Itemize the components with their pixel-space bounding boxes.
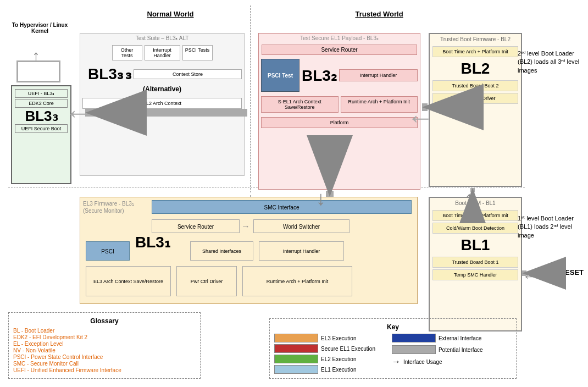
edk2-label: EDK2 Core xyxy=(15,99,68,108)
service-router-el3: Service Router xyxy=(152,219,240,233)
bl33-sub3: ₃ xyxy=(125,65,131,83)
sel1-arch-box: S-EL1 Arch Context Save/Restore xyxy=(261,96,339,113)
interrupt-handler-el3: Interrupt Handler xyxy=(259,241,344,261)
glossary-box: Glossary BL - Boot Loader EDK2 - EFI Dev… xyxy=(8,312,201,379)
trusted-world-label: Trusted World xyxy=(324,10,434,18)
sel1-color-label: Secure EL1 Execution xyxy=(321,346,375,352)
left-arrow-1: ← xyxy=(65,99,92,126)
glossary-item-6: UEFI - Unified Enhanced Firmware Interfa… xyxy=(13,367,196,373)
smc-bar: SMC Interface xyxy=(152,200,412,214)
interface-arrow-icon: → xyxy=(392,357,401,367)
platform-box: Platform xyxy=(261,117,418,128)
service-router-bar: Service Router xyxy=(262,45,417,55)
bl1-boot-time: Boot Time Arch + Platform Init xyxy=(432,210,518,221)
psci-el3: PSCI xyxy=(86,241,130,261)
el2-color-box xyxy=(274,355,318,363)
el3-key-item: EL3 Execution xyxy=(274,334,375,342)
el1-color-box xyxy=(274,365,318,374)
bl1-title: Boot ROM - BL1 xyxy=(430,198,521,208)
bl2-title: Trusted Boot Firmware - BL2 xyxy=(430,34,521,45)
bl33-alt-big: BL3₃ xyxy=(82,65,123,83)
potential-label: Potential Interface xyxy=(439,347,483,353)
el3-color-label: EL3 Execution xyxy=(321,335,357,341)
arrow-right-sr: → xyxy=(241,222,250,231)
runtime-arch-bl32: Runtime Arch + Platform Init xyxy=(341,96,418,113)
key-color-list: EL3 Execution Secure EL1 Execution EL2 E… xyxy=(274,334,375,374)
key-title: Key xyxy=(274,323,512,331)
test-secure-title: Test Secure EL1 Payload - BL3₂ xyxy=(259,34,420,43)
reset-arrow: ← xyxy=(522,268,537,285)
el2-color-label: EL2 Execution xyxy=(321,356,357,362)
glossary-item-2: EL - Exception Level xyxy=(13,341,196,347)
el2-arch-box: EL2 Arch Context xyxy=(82,98,242,109)
bl31-big: BL3₁ xyxy=(135,233,170,251)
bl2-big: BL2 xyxy=(430,60,521,78)
second-level-label: 2ⁿᵈ level Boot Loader (BL2) loads all 3ʳ… xyxy=(518,49,584,75)
bl32-big: BL3₂ xyxy=(302,67,337,85)
el1-key-item: EL1 Execution xyxy=(274,365,375,374)
glossary-item-4: PSCI - Power State Control Interface xyxy=(13,354,196,360)
normal-world-label: Normal World xyxy=(110,10,231,18)
bl1-box: Boot ROM - BL1 Boot Time Arch + Platform… xyxy=(429,197,522,331)
context-store-box: Context Store xyxy=(134,69,242,79)
interrupt-handler-bl32: Interrupt Handler xyxy=(339,69,418,81)
sel1-key-item: Secure EL1 Execution xyxy=(274,344,375,353)
test-suite-title: Test Suite – BL3₃ ALT xyxy=(80,34,244,43)
sel1-color-box xyxy=(274,344,318,353)
test-secure-box: Test Secure EL1 Payload - BL3₂ Service R… xyxy=(258,33,420,190)
runtime-arch-el3: Runtime Arch + Platform Init xyxy=(242,266,352,296)
bl1-temp-smc: Temp SMC Handler xyxy=(432,269,518,280)
first-level-label: 1ˢᵗ level Boot Loader (BL1) loads 2ⁿᵈ le… xyxy=(518,214,584,240)
bl1-cold-warm: Cold/Warm Boot Detection xyxy=(432,223,518,234)
glossary-item-3: NV - Non-Volatile xyxy=(13,347,196,353)
interrupt-handler-box: Interrupt Handler xyxy=(145,45,180,60)
world-switcher-box: World Switcher xyxy=(253,219,350,233)
arrow-key-row: → Interface Usage xyxy=(392,357,483,367)
glossary-item-0: BL - Boot Loader xyxy=(13,328,196,334)
bl1-trusted-board: Trusted Board Boot 1 xyxy=(432,257,518,268)
uefi-secure-label: UEFI Secure Boot xyxy=(15,124,68,133)
key-interface-list: External Interface Potential Interface →… xyxy=(392,334,483,367)
left-arrow-bl2: ← xyxy=(407,102,434,134)
glossary-title: Glossary xyxy=(13,317,196,325)
bl1-big: BL1 xyxy=(430,236,521,254)
pwr-ctrl-box: Pwr Ctrl Driver xyxy=(176,266,237,296)
bl33-box: UEFI - BL3₃ EDK2 Core BL3₃ UEFI Secure B… xyxy=(11,85,71,184)
shared-interfaces-box: Shared Interfaces xyxy=(190,241,253,261)
el3-color-box xyxy=(274,334,318,342)
interface-usage-label: Interface Usage xyxy=(403,359,442,365)
el3-box: EL3 Firmware - BL3₁(Secure Monitor) SMC … xyxy=(80,197,418,304)
psci-tests-box: PSCI Tests xyxy=(182,45,213,60)
bl33-big-label: BL3₃ xyxy=(14,109,69,123)
other-tests-box: Other Tests xyxy=(112,45,142,60)
external-key-item: External Interface xyxy=(392,334,483,342)
hypervisor-label: To Hypervisor / Linux Kernel xyxy=(11,22,69,34)
down-arrow-2: ↑ xyxy=(464,187,474,210)
potential-color-box xyxy=(392,345,436,354)
el3-title: EL3 Firmware - BL3₁(Secure Monitor) xyxy=(83,200,149,214)
bl2-trusted-board: Trusted Board Boot 2 xyxy=(432,80,518,91)
key-box: Key EL3 Execution Secure EL1 Execution E… xyxy=(269,318,517,379)
down-arrow-1: ↓ xyxy=(316,187,326,210)
external-label: External Interface xyxy=(439,335,481,341)
bl2-boot-time: Boot Time Arch + Platform Init xyxy=(432,46,518,57)
bl2-nv-storage: NV Storage Driver xyxy=(432,93,518,104)
el2-key-item: EL2 Execution xyxy=(274,355,375,363)
potential-key-item: Potential Interface xyxy=(392,345,483,354)
glossary-item-5: SMC - Secure Monitor Call xyxy=(13,361,196,367)
alt-label: (Alternative) xyxy=(80,85,244,96)
arrow-box xyxy=(16,60,60,82)
uefi-label: UEFI - BL3₃ xyxy=(15,89,68,98)
glossary-item-1: EDK2 - EFI Development Kit 2 xyxy=(13,334,196,340)
divider-normal-trusted xyxy=(250,5,251,192)
el3-arch-box: EL3 Arch Context Save/Restore xyxy=(86,266,171,296)
reset-label: RESET xyxy=(560,268,584,277)
external-color-box xyxy=(392,334,436,342)
bl2-box: Trusted Boot Firmware - BL2 Boot Time Ar… xyxy=(429,33,522,187)
psci-test-box: PSCI Test xyxy=(261,59,299,92)
el1-color-label: EL1 Execution xyxy=(321,367,357,373)
key-row: EL3 Execution Secure EL1 Execution EL2 E… xyxy=(274,334,512,374)
test-suite-box: Test Suite – BL3₃ ALT Other Tests Interr… xyxy=(80,33,245,176)
